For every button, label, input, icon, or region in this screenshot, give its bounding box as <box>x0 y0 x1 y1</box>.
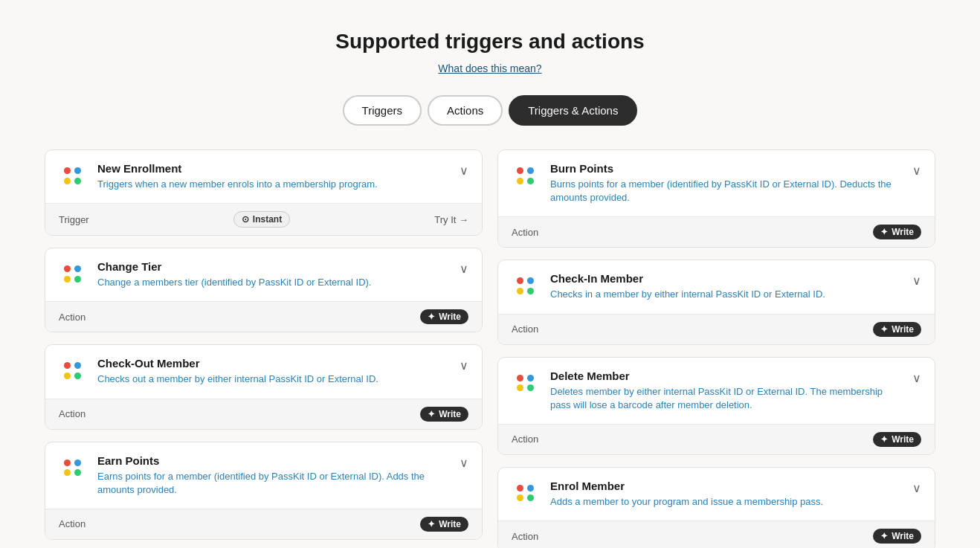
badge-label-checkin: Write <box>892 324 914 335</box>
card-header-enrol: Enrol Member Adds a member to your progr… <box>498 468 935 520</box>
card-footer-earn-points: Action ✦ Write <box>45 509 482 539</box>
badge-label-delete: Write <box>892 434 914 445</box>
passkit-icon-checkout <box>59 357 87 385</box>
card-text-checkout: Check-Out Member Checks out a member by … <box>97 357 449 386</box>
tab-actions[interactable]: Actions <box>428 95 503 126</box>
card-title-enrol: Enrol Member <box>550 480 902 492</box>
page-title: Supported triggers and actions <box>45 30 935 54</box>
card-title-new-enrollment: New Enrollment <box>97 162 449 175</box>
card-desc-earn-points: Earns points for a member (identified by… <box>97 470 449 497</box>
label-action-earn-points: Action <box>59 518 86 529</box>
card-header-earn-points: Earn Points Earns points for a member (i… <box>45 442 482 509</box>
card-header-burn-points: Burn Points Burns points for a member (i… <box>498 150 935 216</box>
card-title-delete: Delete Member <box>550 370 902 382</box>
label-action-checkin: Action <box>512 323 538 335</box>
card-footer-burn-points: Action ✦ Write <box>498 216 935 247</box>
right-column: Burn Points Burns points for a member (i… <box>497 149 935 548</box>
card-footer-new-enrollment: Trigger ⊙ Instant Try It → <box>45 203 482 235</box>
card-title-earn-points: Earn Points <box>97 454 449 467</box>
card-footer-checkin: Action ✦ Write <box>498 314 935 344</box>
write-icon-checkin: ✦ <box>880 324 888 335</box>
card-desc-change-tier: Change a members tier (identified by Pas… <box>97 276 449 289</box>
card-text-new-enrollment: New Enrollment Triggers when a new membe… <box>97 162 449 191</box>
label-trigger-new-enrollment: Trigger <box>59 214 89 225</box>
card-desc-new-enrollment: Triggers when a new member enrols into a… <box>97 178 449 191</box>
instant-icon: ⊙ <box>242 214 249 225</box>
try-it-link-new-enrollment[interactable]: Try It → <box>434 214 468 225</box>
card-desc-burn-points: Burns points for a member (identified by… <box>550 178 902 204</box>
card-text-checkin: Check-In Member Checks in a member by ei… <box>550 272 902 301</box>
card-desc-checkin: Checks in a member by either internal Pa… <box>550 288 902 301</box>
passkit-icon-delete <box>512 370 540 398</box>
card-footer-enrol: Action ✦ Write <box>498 520 935 548</box>
badge-write-burn-points: ✦ Write <box>873 225 921 239</box>
help-link[interactable]: What does this mean? <box>45 62 935 74</box>
card-footer-change-tier: Action ✦ Write <box>45 301 482 332</box>
passkit-icon-enrol <box>512 480 540 508</box>
badge-write-enrol: ✦ Write <box>873 529 921 544</box>
card-desc-checkout: Checks out a member by either internal P… <box>97 373 449 386</box>
passkit-icon-earn-points <box>59 454 87 483</box>
write-icon-change-tier: ✦ <box>428 312 435 322</box>
chevron-new-enrollment[interactable]: ∨ <box>460 164 468 178</box>
label-action-checkout: Action <box>59 408 86 419</box>
passkit-icon-burn-points <box>512 162 540 190</box>
badge-label-instant: Instant <box>253 214 282 225</box>
card-earn-points: Earn Points Earns points for a member (i… <box>45 442 483 540</box>
card-text-burn-points: Burn Points Burns points for a member (i… <box>550 162 902 204</box>
badge-label-earn-points: Write <box>439 519 461 529</box>
badge-write-checkout: ✦ Write <box>420 407 468 422</box>
badge-instant-new-enrollment: ⊙ Instant <box>233 211 290 228</box>
card-text-delete: Delete Member Deletes member by either i… <box>550 370 902 412</box>
write-icon-checkout: ✦ <box>428 409 435 419</box>
write-icon-delete: ✦ <box>880 434 888 445</box>
write-icon-enrol: ✦ <box>880 531 888 541</box>
badge-label-enrol: Write <box>892 531 914 541</box>
card-text-enrol: Enrol Member Adds a member to your progr… <box>550 480 902 509</box>
badge-write-checkin: ✦ Write <box>873 322 921 337</box>
tab-triggers[interactable]: Triggers <box>343 95 422 126</box>
card-enrol-member: Enrol Member Adds a member to your progr… <box>497 467 935 548</box>
tab-bar: Triggers Actions Triggers & Actions <box>45 95 935 126</box>
card-title-change-tier: Change Tier <box>97 260 449 273</box>
card-desc-delete: Deletes member by either internal PassKi… <box>550 385 902 412</box>
card-new-enrollment: New Enrollment Triggers when a new membe… <box>45 149 483 236</box>
write-icon-burn-points: ✦ <box>880 227 888 237</box>
chevron-checkout[interactable]: ∨ <box>460 358 468 373</box>
card-checkout-member: Check-Out Member Checks out a member by … <box>45 344 483 429</box>
write-icon-earn-points: ✦ <box>428 519 435 529</box>
card-footer-delete: Action ✦ Write <box>498 424 935 454</box>
label-action-enrol: Action <box>512 531 538 542</box>
card-desc-enrol: Adds a member to your program and issue … <box>550 495 902 509</box>
passkit-icon-new-enrollment <box>59 162 87 190</box>
tab-triggers-actions[interactable]: Triggers & Actions <box>509 95 637 126</box>
card-footer-checkout: Action ✦ Write <box>45 399 482 429</box>
card-header-checkin: Check-In Member Checks in a member by ei… <box>498 260 935 313</box>
passkit-icon-checkin <box>512 272 540 300</box>
badge-write-change-tier: ✦ Write <box>420 309 468 324</box>
card-burn-points: Burn Points Burns points for a member (i… <box>497 149 935 248</box>
passkit-icon-change-tier <box>59 260 87 288</box>
chevron-checkin[interactable]: ∨ <box>912 274 921 288</box>
label-action-change-tier: Action <box>59 312 86 323</box>
chevron-change-tier[interactable]: ∨ <box>460 262 468 276</box>
card-header-new-enrollment: New Enrollment Triggers when a new membe… <box>45 150 482 203</box>
card-checkin-member: Check-In Member Checks in a member by ei… <box>497 260 935 344</box>
card-delete-member: Delete Member Deletes member by either i… <box>497 357 935 455</box>
card-title-checkout: Check-Out Member <box>97 357 449 370</box>
badge-write-earn-points: ✦ Write <box>420 517 468 532</box>
card-header-change-tier: Change Tier Change a members tier (ident… <box>45 248 482 301</box>
card-text-change-tier: Change Tier Change a members tier (ident… <box>97 260 449 289</box>
label-action-delete: Action <box>512 433 538 445</box>
card-header-delete: Delete Member Deletes member by either i… <box>498 358 935 424</box>
badge-label-checkout: Write <box>439 409 461 419</box>
chevron-burn-points[interactable]: ∨ <box>912 164 921 178</box>
chevron-delete[interactable]: ∨ <box>912 371 921 385</box>
card-change-tier: Change Tier Change a members tier (ident… <box>45 248 483 332</box>
card-text-earn-points: Earn Points Earns points for a member (i… <box>97 454 449 497</box>
card-title-burn-points: Burn Points <box>550 162 902 175</box>
chevron-earn-points[interactable]: ∨ <box>460 456 468 470</box>
left-column: New Enrollment Triggers when a new membe… <box>45 149 483 540</box>
label-action-burn-points: Action <box>512 227 538 238</box>
chevron-enrol[interactable]: ∨ <box>912 481 921 495</box>
